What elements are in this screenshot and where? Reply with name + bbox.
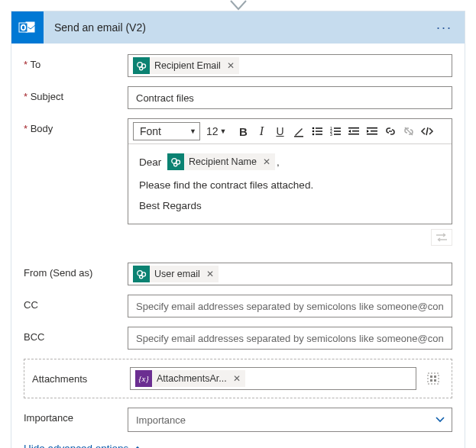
incoming-connector-arrow [0, 0, 476, 11]
action-title[interactable]: Send an email (V2) [54, 21, 421, 34]
svg-rect-35 [434, 375, 436, 378]
editor-content[interactable]: Dear Recipient Name ✕ , P [128, 144, 452, 224]
bold-button[interactable]: B [235, 122, 253, 140]
svg-rect-17 [334, 127, 341, 128]
subject-input[interactable] [134, 92, 445, 105]
svg-point-8 [312, 127, 314, 130]
token-label: User email [154, 269, 203, 279]
action-menu-button[interactable]: ··· [432, 20, 457, 36]
body-text: Dear [139, 156, 161, 168]
caret-down-icon: ▼ [189, 127, 196, 135]
to-label: To [24, 54, 128, 70]
body-text: Please find the contract files attached. [139, 179, 441, 191]
svg-rect-23 [367, 127, 377, 128]
editor-toolbar: Font ▼ 12 ▼ B I U [128, 119, 452, 144]
svg-point-10 [312, 134, 314, 136]
sharepoint-icon [133, 57, 150, 74]
sharepoint-icon [167, 153, 184, 170]
attachments-section: Attachments {x} AttachmentsAr... ✕ [24, 359, 452, 398]
caret-down-icon: ▼ [220, 127, 227, 135]
token-label: AttachmentsAr... [157, 373, 230, 384]
font-dropdown[interactable]: Font ▼ [133, 122, 200, 140]
body-text: , [277, 156, 280, 168]
indent-button[interactable] [363, 122, 381, 140]
svg-point-32 [139, 275, 142, 278]
body-label: Body [24, 118, 128, 134]
unlink-button[interactable] [400, 122, 418, 140]
outlook-icon [11, 11, 44, 44]
svg-rect-21 [352, 131, 359, 131]
variable-icon: {x} [135, 370, 152, 387]
bullet-list-button[interactable] [308, 122, 326, 140]
from-token[interactable]: User email ✕ [133, 266, 219, 282]
cc-label: CC [24, 295, 128, 311]
action-card: Send an email (V2) ··· To Recipient Emai… [11, 11, 465, 448]
body-text: Best Regards [139, 200, 441, 211]
importance-dropdown[interactable]: Importance [128, 408, 452, 432]
underline-button[interactable]: U [271, 122, 290, 140]
recipient-name-token[interactable]: Recipient Name ✕ [167, 153, 275, 170]
titlebar: Send an email (V2) ··· [11, 11, 465, 44]
chevron-down-icon [435, 414, 445, 427]
attachments-field[interactable]: {x} AttachmentsAr... ✕ [130, 367, 416, 390]
chevron-up-icon [133, 444, 142, 449]
number-list-button[interactable]: 123 [326, 122, 345, 140]
svg-rect-7 [294, 136, 303, 137]
from-label: From (Send as) [24, 263, 128, 279]
cc-input[interactable] [134, 300, 445, 313]
svg-point-9 [312, 131, 314, 133]
svg-text:3: 3 [330, 132, 332, 137]
token-remove[interactable]: ✕ [260, 156, 274, 167]
sharepoint-icon [133, 266, 150, 282]
attachments-token[interactable]: {x} AttachmentsAr... ✕ [135, 370, 245, 387]
bcc-label: BCC [24, 327, 128, 343]
link-button[interactable] [381, 122, 400, 140]
svg-rect-37 [434, 379, 436, 382]
importance-label: Importance [24, 408, 128, 424]
switch-mode-button[interactable] [431, 229, 452, 246]
svg-rect-11 [316, 127, 322, 128]
svg-rect-25 [367, 134, 377, 134]
italic-button[interactable]: I [253, 122, 271, 140]
svg-rect-13 [316, 134, 322, 134]
svg-rect-34 [430, 375, 432, 378]
to-token[interactable]: Recipient Email ✕ [133, 57, 239, 74]
svg-rect-19 [334, 134, 341, 134]
bcc-input[interactable] [134, 332, 445, 345]
outdent-button[interactable] [345, 122, 363, 140]
svg-point-29 [173, 163, 176, 166]
token-remove[interactable]: ✕ [203, 269, 217, 279]
svg-rect-12 [316, 131, 322, 131]
code-view-button[interactable] [418, 122, 436, 140]
token-remove[interactable]: ✕ [230, 373, 244, 384]
svg-rect-20 [348, 127, 359, 128]
cc-field[interactable] [128, 295, 452, 317]
svg-rect-18 [334, 131, 341, 131]
font-color-button[interactable] [290, 122, 308, 140]
hide-advanced-options-link[interactable]: Hide advanced options [24, 443, 452, 448]
svg-rect-24 [371, 131, 377, 131]
to-token-label: Recipient Email [154, 60, 224, 71]
font-size-dropdown[interactable]: 12 ▼ [206, 125, 227, 137]
switch-to-detail-button[interactable] [423, 368, 444, 389]
bcc-field[interactable] [128, 327, 452, 350]
svg-point-6 [139, 66, 142, 69]
importance-placeholder: Importance [136, 414, 186, 426]
from-field[interactable]: User email ✕ [128, 263, 452, 285]
body-editor: Font ▼ 12 ▼ B I U [128, 118, 452, 224]
to-token-remove[interactable]: ✕ [224, 60, 238, 71]
svg-rect-36 [430, 379, 432, 382]
token-label: Recipient Name [189, 156, 260, 167]
subject-field[interactable] [128, 86, 452, 109]
to-field[interactable]: Recipient Email ✕ [128, 54, 452, 77]
svg-rect-22 [348, 134, 359, 134]
subject-label: Subject [24, 86, 128, 102]
svg-rect-33 [428, 373, 439, 384]
attachments-label: Attachments [32, 373, 130, 385]
